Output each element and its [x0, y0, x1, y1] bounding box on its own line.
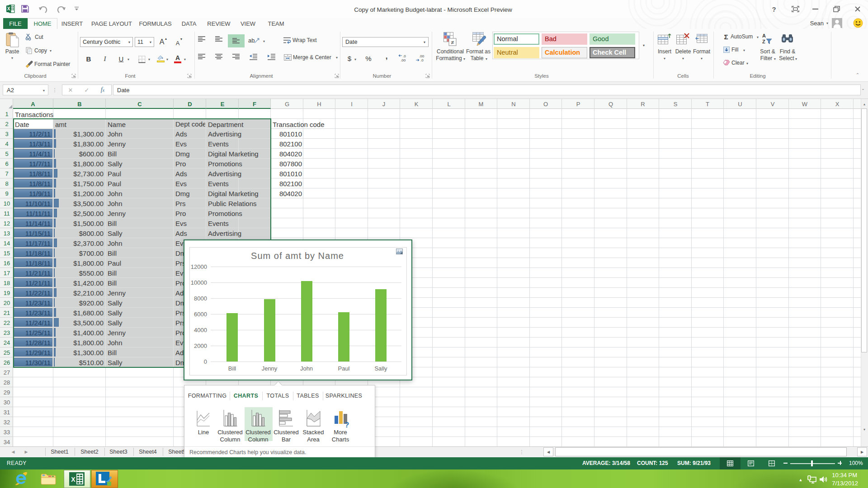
svg-text:X: X	[71, 476, 75, 483]
svg-text:X: X	[7, 6, 10, 11]
svg-text:A: A	[762, 33, 766, 38]
svg-text:Z: Z	[762, 39, 765, 44]
svg-text:.0: .0	[420, 58, 424, 62]
svg-text:≠: ≠	[451, 39, 454, 46]
svg-text:.0: .0	[403, 54, 406, 58]
svg-text:.00: .00	[419, 54, 425, 58]
svg-text:ab: ab	[248, 37, 255, 44]
svg-text:?: ?	[344, 421, 349, 429]
svg-text:.00: .00	[401, 58, 406, 62]
